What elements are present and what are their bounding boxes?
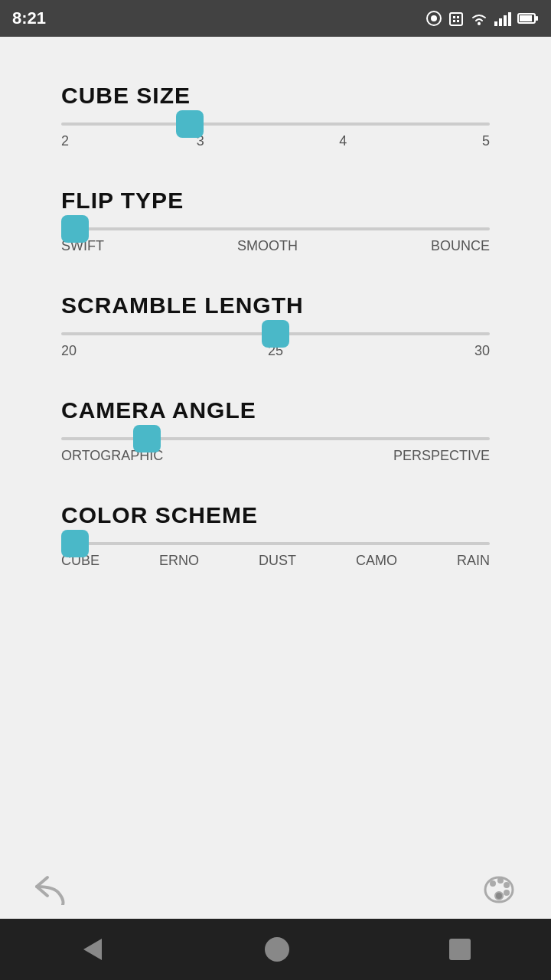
camera-angle-track [61,437,490,440]
bottom-bar [0,858,551,919]
svg-point-17 [497,877,504,884]
svg-rect-11 [508,12,511,26]
palette-icon [479,868,519,908]
camera-angle-thumb[interactable] [133,425,161,452]
flip-type-title: FLIP TYPE [61,188,490,214]
cube-size-label-5: 5 [482,133,490,149]
color-scheme-track [61,542,490,545]
scramble-length-slider-container[interactable] [61,332,490,335]
svg-rect-13 [520,15,532,21]
flip-type-labels: SWIFT SMOOTH BOUNCE [61,238,490,254]
signal-icon [494,11,511,26]
cube-size-thumb[interactable] [176,110,204,138]
back-button[interactable] [31,867,73,910]
svg-rect-14 [536,16,538,21]
scramble-length-label-20: 20 [61,343,77,359]
nav-recent-button[interactable] [448,937,472,962]
nav-back-icon [79,936,106,963]
status-icons [425,10,539,27]
svg-rect-4 [457,16,459,18]
color-scheme-label-dust: DUST [259,553,296,569]
svg-marker-22 [83,939,102,960]
svg-rect-24 [449,939,471,960]
cube-size-labels: 2 3 4 5 [61,133,490,149]
color-scheme-slider-container[interactable] [61,542,490,545]
svg-rect-2 [450,13,462,25]
cube-size-track [61,122,490,126]
flip-type-track [61,227,490,230]
svg-point-18 [504,882,510,888]
cube-size-section: CUBE SIZE 2 3 4 5 [61,83,490,149]
color-scheme-label-erno: ERNO [159,553,199,569]
scramble-length-track [61,332,490,335]
camera-angle-labels: ORTOGRAPHIC PERSPECTIVE [61,448,490,464]
color-scheme-section: COLOR SCHEME CUBE ERNO DUST CAMO RAIN [61,502,490,569]
cube-size-slider-container[interactable] [61,122,490,126]
scramble-length-section: SCRAMBLE LENGTH 20 25 30 [61,292,490,359]
flip-type-thumb[interactable] [61,215,89,243]
cube-size-title: CUBE SIZE [61,83,490,109]
color-scheme-label-camo: CAMO [356,553,397,569]
svg-point-1 [431,15,437,21]
scramble-length-title: SCRAMBLE LENGTH [61,292,490,318]
svg-rect-5 [453,20,455,22]
back-icon [32,871,72,905]
wifi-icon [470,11,488,26]
color-scheme-thumb[interactable] [61,530,89,557]
svg-rect-3 [453,16,455,18]
svg-point-21 [495,892,503,900]
scramble-length-label-30: 30 [474,343,490,359]
flip-type-label-bounce: BOUNCE [431,238,490,254]
main-content: CUBE SIZE 2 3 4 5 FLIP TYPE SWIFT SMOOTH… [0,37,551,858]
nav-bar [0,919,551,980]
svg-point-7 [478,22,481,25]
flip-type-slider-container[interactable] [61,227,490,230]
svg-point-16 [490,880,496,887]
battery-icon [517,11,539,25]
nav-home-icon [263,936,291,963]
camera-angle-label-persp: PERSPECTIVE [393,448,490,464]
nav-recent-icon [448,937,472,962]
cube-size-label-2: 2 [61,133,69,149]
color-scheme-labels: CUBE ERNO DUST CAMO RAIN [61,553,490,569]
status-bar: 8:21 [0,0,551,37]
scramble-length-thumb[interactable] [262,320,289,348]
status-time: 8:21 [12,8,46,28]
nav-back-button[interactable] [79,936,106,963]
circle-icon [425,10,442,27]
svg-rect-8 [494,21,497,26]
svg-rect-9 [499,18,502,26]
color-scheme-title: COLOR SCHEME [61,502,490,528]
flip-type-label-smooth: SMOOTH [237,238,298,254]
svg-point-23 [265,937,289,962]
camera-angle-title: CAMERA ANGLE [61,397,490,423]
color-scheme-label-rain: RAIN [457,553,490,569]
palette-button[interactable] [478,867,520,910]
nav-home-button[interactable] [263,936,291,963]
camera-angle-slider-container[interactable] [61,437,490,440]
camera-angle-section: CAMERA ANGLE ORTOGRAPHIC PERSPECTIVE [61,397,490,464]
sim-icon [448,10,464,27]
flip-type-section: FLIP TYPE SWIFT SMOOTH BOUNCE [61,188,490,254]
svg-rect-10 [504,15,507,26]
svg-rect-6 [457,20,459,22]
svg-point-19 [504,890,510,896]
cube-size-label-4: 4 [339,133,347,149]
